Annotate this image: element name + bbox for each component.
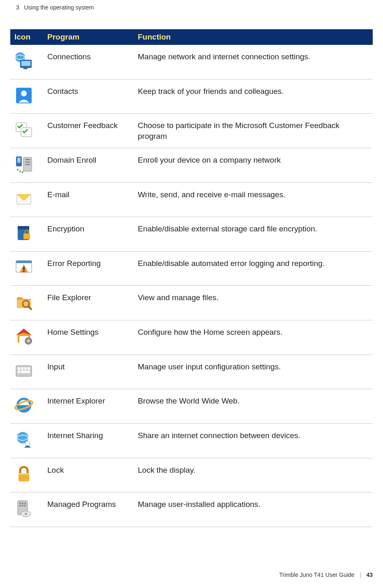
table-row: File ExplorerView and manage files. — [10, 286, 373, 320]
col-header-icon: Icon — [10, 29, 43, 45]
program-cell: File Explorer — [43, 286, 134, 320]
table-row: EncryptionEnable/disable external storag… — [10, 217, 373, 252]
program-cell: Connections — [43, 45, 134, 79]
table-row: Home SettingsConfigure how the Home scre… — [10, 320, 373, 355]
function-cell: Browse the World Wide Web. — [134, 389, 373, 424]
lock-icon — [14, 465, 33, 484]
icon-cell — [10, 79, 43, 114]
chapter-title: Using the operating system — [24, 4, 94, 11]
program-cell: Contacts — [43, 79, 134, 114]
programs-table: Icon Program Function ConnectionsManage … — [10, 29, 373, 527]
function-cell: Share an internet connection between dev… — [134, 424, 373, 458]
program-cell: Error Reporting — [43, 251, 134, 286]
home-settings-icon — [14, 327, 33, 346]
program-cell: Home Settings — [43, 320, 134, 355]
function-cell: Enable/disable automated error logging a… — [134, 251, 373, 286]
svg-rect-12 — [25, 159, 30, 160]
connections-icon — [14, 51, 33, 70]
program-cell: Lock — [43, 458, 134, 492]
internet-sharing-icon — [14, 430, 33, 449]
svg-rect-37 — [21, 371, 30, 373]
page-header: 3 Using the operating system — [10, 4, 373, 11]
managed-programs-icon — [14, 499, 33, 518]
table-row: ConnectionsManage network and internet c… — [10, 45, 373, 79]
svg-point-30 — [27, 339, 30, 343]
icon-cell — [10, 424, 43, 458]
page-number: 43 — [366, 572, 373, 578]
svg-rect-3 — [21, 61, 30, 66]
svg-rect-21 — [23, 233, 30, 239]
table-row: LockLock the display. — [10, 458, 373, 492]
table-row: Internet ExplorerBrowse the World Wide W… — [10, 389, 373, 424]
svg-rect-46 — [19, 502, 21, 504]
svg-rect-51 — [24, 505, 26, 506]
email-icon — [14, 189, 33, 208]
svg-rect-13 — [25, 161, 30, 163]
svg-rect-4 — [23, 68, 28, 69]
internet-explorer-icon — [14, 396, 33, 415]
table-row: Managed ProgramsManage user-installed ap… — [10, 492, 373, 527]
function-cell: Configure how the Home screen appears. — [134, 320, 373, 355]
svg-rect-49 — [19, 505, 21, 506]
function-cell: Lock the display. — [134, 458, 373, 492]
svg-rect-33 — [21, 367, 23, 370]
program-cell: Customer Feedback — [43, 114, 134, 148]
function-cell: Manage network and internet connection s… — [134, 45, 373, 79]
svg-rect-36 — [18, 371, 20, 373]
icon-cell — [10, 458, 43, 492]
table-row: E-mailWrite, send, and receive e-mail me… — [10, 182, 373, 217]
program-cell: Managed Programs — [43, 492, 134, 527]
icon-cell — [10, 217, 43, 252]
col-header-program: Program — [43, 29, 134, 45]
icon-cell — [10, 492, 43, 527]
svg-rect-35 — [28, 367, 30, 370]
svg-point-53 — [25, 513, 27, 515]
domain-enroll-icon — [14, 155, 33, 174]
chapter-number: 3 — [16, 4, 19, 11]
col-header-function: Function — [134, 29, 373, 45]
function-cell: View and manage files. — [134, 286, 373, 320]
program-cell: Internet Sharing — [43, 424, 134, 458]
svg-rect-8 — [21, 128, 32, 137]
function-cell: Enable/disable external storage card fil… — [134, 217, 373, 252]
table-row: Customer FeedbackChoose to participate i… — [10, 114, 373, 148]
icon-cell — [10, 45, 43, 79]
svg-rect-34 — [24, 367, 27, 370]
error-reporting-icon — [14, 258, 33, 277]
icon-cell — [10, 148, 43, 182]
customer-feedback-icon — [14, 120, 33, 139]
footer-guide-title: Trimble Juno T41 User Guide — [279, 572, 355, 578]
function-cell: Manage user input configuration settings… — [134, 355, 373, 389]
svg-rect-25 — [23, 271, 25, 272]
svg-rect-24 — [23, 267, 25, 270]
svg-rect-48 — [24, 502, 26, 504]
program-cell: Internet Explorer — [43, 389, 134, 424]
svg-point-6 — [21, 91, 27, 96]
icon-cell — [10, 389, 43, 424]
function-cell: Write, send, and receive e-mail messages… — [134, 182, 373, 217]
svg-point-42 — [25, 441, 30, 446]
function-cell: Choose to participate in the Microsoft C… — [134, 114, 373, 148]
icon-cell — [10, 286, 43, 320]
svg-point-15 — [17, 169, 19, 170]
page-footer: Trimble Juno T41 User Guide 43 — [279, 572, 373, 578]
svg-rect-10 — [17, 158, 21, 163]
contacts-icon — [14, 86, 33, 105]
table-row: Internet SharingShare an internet connec… — [10, 424, 373, 458]
svg-rect-23 — [16, 261, 32, 263]
svg-line-27 — [28, 306, 32, 310]
table-row: InputManage user input configuration set… — [10, 355, 373, 389]
encryption-icon — [14, 224, 33, 243]
function-cell: Keep track of your friends and colleague… — [134, 79, 373, 114]
svg-rect-50 — [22, 505, 23, 506]
program-cell: Domain Enroll — [43, 148, 134, 182]
file-explorer-icon — [14, 292, 33, 311]
program-cell: Input — [43, 355, 134, 389]
svg-point-16 — [19, 170, 21, 172]
svg-rect-44 — [19, 473, 29, 475]
function-cell: Manage user-installed applications. — [134, 492, 373, 527]
icon-cell — [10, 320, 43, 355]
function-cell: Enroll your device on a company network — [134, 148, 373, 182]
svg-rect-32 — [18, 367, 20, 370]
svg-rect-20 — [18, 226, 29, 229]
